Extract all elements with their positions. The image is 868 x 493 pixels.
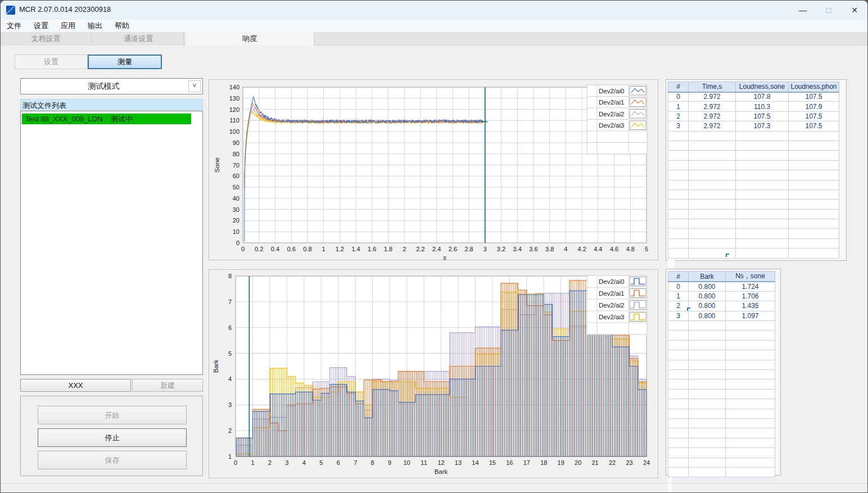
table-cell[interactable]	[668, 360, 689, 369]
table-cell[interactable]	[668, 379, 689, 389]
table-cell[interactable]	[789, 160, 839, 170]
table-cell[interactable]: 107.5	[789, 111, 839, 121]
table-cell[interactable]: 1.724	[726, 282, 775, 291]
table-cell[interactable]	[689, 340, 726, 350]
table-cell[interactable]	[689, 331, 726, 340]
table-cell[interactable]	[726, 340, 775, 350]
table-row[interactable]	[668, 467, 775, 477]
table-cell[interactable]	[668, 428, 689, 438]
table-row[interactable]	[668, 418, 775, 428]
menu-item-4[interactable]: 帮助	[108, 20, 135, 32]
table-row[interactable]	[668, 189, 839, 199]
xxx-button[interactable]: XXX	[20, 379, 131, 392]
table-cell[interactable]: 0.800	[689, 291, 726, 301]
table-cell[interactable]: 107.3	[736, 121, 789, 131]
table-cell[interactable]	[736, 151, 789, 160]
table-cell[interactable]	[789, 229, 839, 238]
table-cell[interactable]	[689, 131, 736, 141]
table-cell[interactable]	[726, 331, 775, 340]
table-row[interactable]: 20.8001.435	[668, 301, 775, 311]
table-cell[interactable]	[789, 151, 839, 160]
table-cell[interactable]: 2	[668, 301, 689, 311]
test-file-item[interactable]: Test 88_XXX_009_LDN 测试中	[22, 114, 191, 124]
table-cell[interactable]	[689, 409, 726, 418]
table-row[interactable]	[668, 200, 839, 209]
table-cell[interactable]: 2	[668, 111, 689, 121]
minimize-button[interactable]: —	[790, 1, 816, 20]
table-cell[interactable]	[689, 448, 726, 458]
table-row[interactable]: 10.8001.706	[668, 291, 775, 301]
table-cell[interactable]: 2.972	[689, 102, 736, 111]
stop-button[interactable]: 停止	[38, 428, 187, 447]
table-cell[interactable]	[726, 360, 775, 369]
table-cell[interactable]	[726, 389, 775, 399]
table-cell[interactable]: 0.800	[689, 311, 726, 320]
loudness-time-plot[interactable]: 010203040506070809010011012013014000.20.…	[209, 80, 658, 260]
table-cell[interactable]	[668, 389, 689, 399]
table-cell[interactable]	[668, 160, 689, 170]
table-cell[interactable]	[736, 238, 789, 248]
table-cell[interactable]	[689, 458, 726, 467]
table-cell[interactable]	[789, 209, 839, 219]
table-cell[interactable]	[689, 370, 726, 379]
table-cell[interactable]	[689, 428, 726, 438]
table-cell[interactable]: 0	[668, 92, 689, 102]
table-row[interactable]	[668, 350, 775, 360]
table-cell[interactable]	[726, 350, 775, 360]
table-cell[interactable]	[689, 200, 736, 209]
bark-table[interactable]: #BarkNs，sone00.8001.72410.8001.70620.800…	[668, 271, 775, 477]
table-row[interactable]	[668, 389, 775, 399]
table-cell[interactable]	[668, 418, 689, 428]
table-cell[interactable]	[668, 438, 689, 447]
table-cell[interactable]	[689, 209, 736, 219]
table-cell[interactable]	[689, 399, 726, 409]
table-cell[interactable]: 0.800	[689, 301, 726, 311]
table-row[interactable]	[668, 219, 839, 229]
table-cell[interactable]: 2.972	[689, 92, 736, 102]
table-cell[interactable]	[668, 238, 689, 248]
table-cell[interactable]	[668, 151, 689, 160]
table-cell[interactable]	[736, 209, 789, 219]
table-row[interactable]	[668, 340, 775, 350]
table-cell[interactable]: 107.9	[789, 102, 839, 111]
table-cell[interactable]	[726, 467, 775, 477]
table-cell[interactable]	[789, 248, 839, 258]
table-cell[interactable]	[726, 448, 775, 458]
table-row[interactable]	[668, 448, 775, 458]
table-cell[interactable]	[689, 438, 726, 447]
table-cell[interactable]	[668, 180, 689, 189]
table-cell[interactable]: 2.972	[689, 111, 736, 121]
table-cell[interactable]	[668, 209, 689, 219]
table-cell[interactable]: 1.097	[726, 311, 775, 320]
column-header[interactable]: #	[668, 82, 689, 92]
table-row[interactable]	[668, 238, 839, 248]
menu-item-2[interactable]: 应用	[55, 20, 82, 32]
table-row[interactable]	[668, 428, 775, 438]
table-cell[interactable]: 107.5	[789, 92, 839, 102]
table-cell[interactable]: 2.972	[689, 121, 736, 131]
table-cell[interactable]	[668, 170, 689, 180]
table-cell[interactable]	[726, 409, 775, 418]
table-row[interactable]	[668, 229, 839, 238]
table-cell[interactable]: 107.5	[736, 111, 789, 121]
table-cell[interactable]	[726, 321, 775, 331]
table-cell[interactable]	[668, 141, 689, 150]
column-header[interactable]: Ns，sone	[726, 272, 775, 282]
table-row[interactable]	[668, 160, 839, 170]
subtab-settings[interactable]: 设置	[15, 55, 88, 69]
table-cell[interactable]: 107.8	[736, 92, 789, 102]
menu-item-0[interactable]: 文件	[1, 20, 28, 32]
table-row[interactable]: 00.8001.724	[668, 282, 775, 291]
table-cell[interactable]	[736, 248, 789, 258]
table-cell[interactable]	[668, 248, 689, 258]
tab-channel-settings[interactable]: 通道设置	[94, 32, 184, 46]
table-row[interactable]	[668, 170, 839, 180]
table-cell[interactable]	[668, 458, 689, 467]
subtab-measure[interactable]: 测量	[88, 55, 162, 69]
table-cell[interactable]	[789, 180, 839, 189]
maximize-button[interactable]: □	[816, 1, 842, 20]
table-cell[interactable]	[789, 200, 839, 209]
close-button[interactable]: ✕	[842, 1, 867, 20]
table-cell[interactable]	[726, 428, 775, 438]
table-cell[interactable]	[668, 131, 689, 141]
